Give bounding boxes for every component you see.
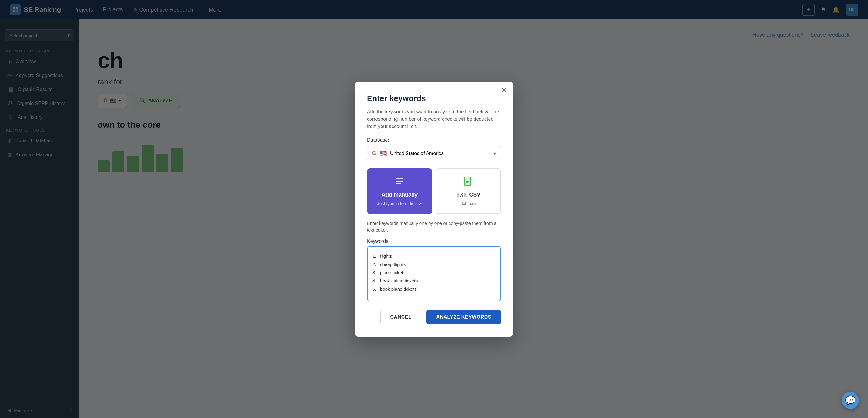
txt-csv-subtitle: .txt, .csv	[461, 201, 476, 206]
modal-description: Add the keywords you want to analyze to …	[367, 108, 501, 130]
keywords-label: Keywords:	[367, 239, 501, 244]
database-select[interactable]: G 🇺🇸 United States of America ▾	[367, 146, 501, 161]
modal-overlay[interactable]: ✕ Enter keywords Add the keywords you wa…	[0, 0, 868, 418]
svg-rect-10	[466, 182, 468, 183]
keywords-textarea[interactable]	[367, 246, 501, 301]
us-flag-icon: 🇺🇸	[379, 150, 387, 157]
enter-keywords-modal: ✕ Enter keywords Add the keywords you wa…	[355, 82, 513, 337]
add-manually-title: Add manually	[381, 191, 417, 198]
modal-footer: CANCEL ANALYZE KEYWORDS	[367, 310, 501, 324]
google-logo: G	[372, 150, 376, 156]
svg-rect-9	[466, 181, 469, 182]
add-manually-subtitle: Just type in form bellow	[377, 201, 422, 206]
instruction-text: Enter keywords manually one by one or co…	[367, 220, 501, 234]
analyze-keywords-button[interactable]: ANALYZE KEYWORDS	[426, 310, 501, 324]
database-label: Database:	[367, 137, 501, 143]
db-chevron-icon: ▾	[494, 150, 496, 156]
chat-support-button[interactable]: 💬	[842, 392, 859, 409]
database-value: United States of America	[390, 151, 490, 156]
modal-title: Enter keywords	[367, 94, 501, 103]
input-method-tabs: Add manually Just type in form bellow TX…	[367, 169, 501, 214]
tab-add-manually[interactable]: Add manually Just type in form bellow	[367, 169, 432, 214]
txt-csv-icon	[464, 176, 473, 188]
add-manually-icon	[395, 176, 404, 188]
tab-txt-csv[interactable]: TXT, CSV .txt, .csv	[436, 169, 501, 214]
modal-close-button[interactable]: ✕	[501, 86, 507, 94]
svg-rect-4	[396, 178, 403, 179]
cancel-button[interactable]: CANCEL	[380, 310, 422, 324]
svg-rect-6	[396, 183, 401, 184]
svg-rect-5	[396, 181, 403, 182]
txt-csv-title: TXT, CSV	[456, 191, 480, 198]
